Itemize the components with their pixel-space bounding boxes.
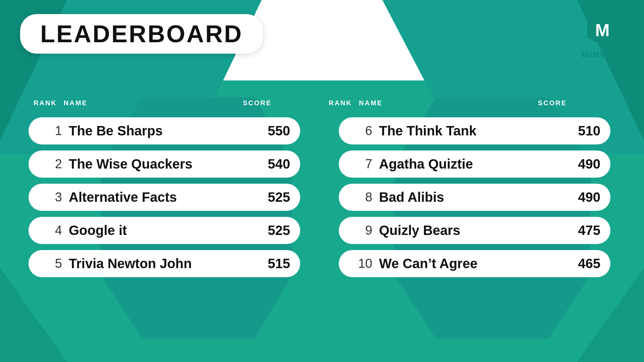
logo-area: M MINWAG [581, 10, 624, 60]
score-right-3: 475 [567, 223, 600, 238]
score-2: 525 [257, 190, 290, 205]
right-row-4: 9 Quizly Bears 475 [339, 217, 610, 244]
right-name-header: NAME [359, 99, 527, 107]
score-1: 540 [257, 157, 290, 172]
left-row-2: 2 The Wise Quackers 540 [29, 150, 300, 178]
score-right-0: 510 [567, 123, 600, 138]
right-row-1: 6 The Think Tank 510 [339, 117, 610, 144]
score-right-1: 490 [567, 157, 600, 172]
left-score-header: SCORE [231, 99, 272, 107]
right-score-header: SCORE [527, 99, 567, 107]
rank-4: 4 [39, 223, 62, 238]
score-right-4: 465 [567, 256, 600, 271]
name-right-3: Quizly Bears [379, 223, 567, 238]
left-row-1: 1 The Be Sharps 550 [29, 117, 300, 144]
left-leaderboard-panel: 1 The Be Sharps 550 2 The Wise Quackers … [18, 111, 310, 293]
left-row-5: 5 Trivia Newton John 515 [29, 250, 300, 277]
score-right-2: 490 [567, 190, 600, 205]
page-title: LEADERBOARD [40, 20, 243, 47]
left-name-header: NAME [64, 99, 231, 107]
rank-10: 10 [349, 256, 372, 271]
name-right-2: Bad Alibis [379, 190, 567, 205]
right-leaderboard-panel: 6 The Think Tank 510 7 Agatha Quiztie 49… [329, 111, 621, 293]
score-4: 515 [257, 256, 290, 271]
name-4: Trivia Newton John [69, 256, 257, 271]
name-2: Alternative Facts [69, 190, 257, 205]
right-column-headers: RANK NAME SCORE [329, 99, 567, 107]
rank-9: 9 [349, 223, 372, 238]
score-0: 550 [257, 123, 290, 138]
left-rank-header: RANK [34, 99, 64, 107]
logo-icon: M [584, 10, 621, 47]
score-3: 525 [257, 223, 290, 238]
name-0: The Be Sharps [69, 123, 257, 138]
rank-2: 2 [39, 157, 62, 171]
left-row-4: 4 Google it 525 [29, 217, 300, 244]
right-row-2: 7 Agatha Quiztie 490 [339, 150, 610, 178]
rank-6: 6 [349, 124, 372, 138]
right-row-3: 8 Bad Alibis 490 [339, 184, 610, 211]
rank-8: 8 [349, 190, 372, 204]
rank-3: 3 [39, 190, 62, 204]
rank-7: 7 [349, 157, 372, 171]
left-row-3: 3 Alternative Facts 525 [29, 184, 300, 211]
name-right-4: We Can’t Agree [379, 256, 567, 271]
name-3: Google it [69, 223, 257, 238]
name-right-1: Agatha Quiztie [379, 157, 567, 172]
svg-text:M: M [595, 20, 609, 40]
rank-5: 5 [39, 256, 62, 271]
name-right-0: The Think Tank [379, 123, 567, 138]
left-column-headers: RANK NAME SCORE [34, 99, 272, 107]
rank-1: 1 [39, 124, 62, 138]
right-rank-header: RANK [329, 99, 359, 107]
title-container: LEADERBOARD [20, 14, 263, 54]
logo-label: MINWAG [581, 50, 624, 60]
name-1: The Wise Quackers [69, 157, 257, 172]
right-row-5: 10 We Can’t Agree 465 [339, 250, 610, 277]
